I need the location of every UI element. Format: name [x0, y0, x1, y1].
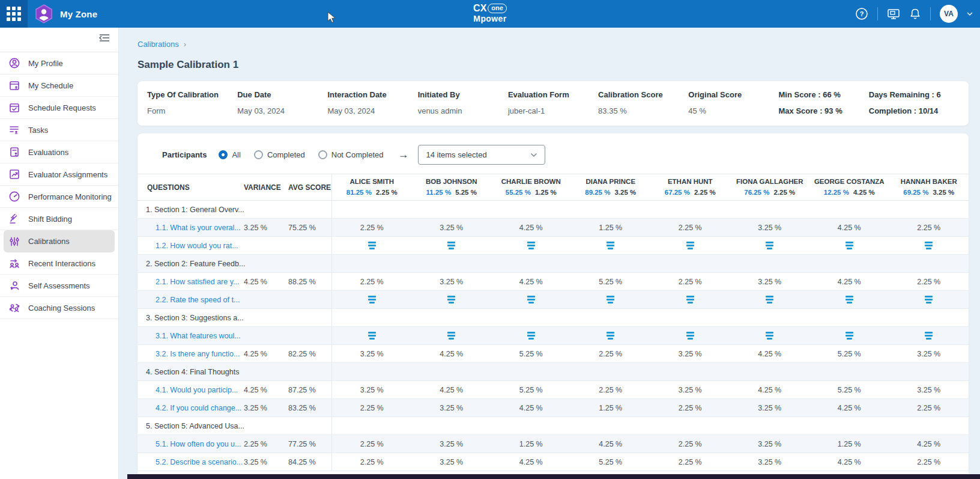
profile-icon — [8, 57, 20, 69]
text-answer-icon[interactable] — [527, 296, 535, 304]
participant-variance: 3.25 % — [933, 189, 954, 196]
participant-value-cell — [412, 237, 492, 254]
sidebar-collapse-icon[interactable] — [98, 32, 111, 46]
participant-value-cell: 2.25 % — [571, 381, 651, 398]
text-answer-icon[interactable] — [606, 332, 614, 340]
radio-label: All — [232, 150, 240, 159]
participant-value-cell: 4.25 % — [730, 345, 810, 362]
participants-dropdown[interactable]: 14 items selected — [418, 145, 545, 165]
text-answer-icon[interactable] — [766, 296, 773, 304]
participant-value-cell — [491, 237, 571, 254]
question-link[interactable]: 3.2. Is there any functio... — [156, 350, 240, 358]
section-empty-area — [332, 309, 969, 326]
text-answer-icon[interactable] — [527, 242, 535, 249]
text-answer-icon[interactable] — [766, 242, 773, 249]
radio-option-completed[interactable]: Completed — [254, 150, 305, 159]
participant-value-cell: 3.25 % — [650, 345, 730, 362]
question-link[interactable]: 2.2. Rate the speed of t... — [156, 296, 240, 304]
participant-column-header: ALICE SMITH81.25 %2.25 % — [332, 174, 412, 200]
calibration-table: QUESTIONSVARIANCEAVG SCOREALICE SMITH81.… — [138, 174, 969, 471]
text-answer-icon[interactable] — [766, 332, 773, 340]
text-answer-icon[interactable] — [368, 332, 376, 340]
app-grid-icon — [7, 7, 21, 21]
participant-name: ALICE SMITH — [350, 177, 394, 188]
text-answer-icon[interactable] — [925, 242, 933, 249]
question-link[interactable]: 5.2. Describe a scenario... — [156, 458, 243, 466]
text-answer-icon[interactable] — [368, 242, 376, 249]
text-answer-icon[interactable] — [447, 242, 455, 249]
sidebar-item-tasks[interactable]: Tasks — [0, 119, 118, 141]
text-answer-icon[interactable] — [925, 332, 933, 340]
breadcrumb-calibrations-link[interactable]: Calibrations — [138, 40, 179, 49]
days-completion-top: Days Remaining : 6 — [869, 90, 959, 99]
question-link[interactable]: 1.1. What is your overal... — [156, 224, 241, 232]
radio-button[interactable] — [318, 150, 327, 159]
sidebar-item-label: Recent Interactions — [28, 259, 95, 268]
summary-field-label: Due Date — [237, 90, 327, 99]
sidebar-item-recent-interactions[interactable]: Recent Interactions — [0, 252, 118, 275]
sidebar-item-evaluations[interactable]: Evaluations — [0, 141, 118, 163]
summary-field-value: Form — [147, 106, 237, 115]
question-cell: 3.1. What features woul... — [138, 327, 244, 344]
participant-value-cell — [571, 237, 651, 254]
avatar-chevron-down-icon[interactable] — [967, 11, 973, 16]
text-answer-icon[interactable] — [447, 332, 455, 340]
text-answer-icon[interactable] — [447, 296, 455, 304]
text-answer-icon[interactable] — [368, 296, 376, 304]
question-link[interactable]: 5.1. How often do you u... — [156, 440, 241, 448]
app-launcher-button[interactable] — [0, 0, 28, 28]
sidebar-item-self-assessments[interactable]: Self Assessments — [0, 275, 118, 297]
sidebar-item-my-schedule[interactable]: My Schedule — [0, 75, 118, 97]
sidebar-item-schedule-requests[interactable]: Schedule Requests — [0, 97, 118, 119]
help-icon[interactable]: ? — [855, 7, 868, 20]
participant-value-cell: 4.25 % — [571, 435, 651, 453]
screen-share-icon[interactable] — [887, 8, 900, 20]
participant-variance: 1.25 % — [535, 189, 557, 196]
participants-filter-row: Participants AllCompletedNot Completed →… — [138, 133, 969, 174]
text-answer-icon[interactable] — [606, 242, 614, 249]
question-link[interactable]: 4.2. If you could change... — [156, 404, 241, 412]
text-answer-icon[interactable] — [686, 332, 694, 340]
participant-value-cell: 4.25 % — [889, 435, 969, 453]
participant-value-cell — [412, 327, 492, 344]
self-assessments-icon — [8, 279, 20, 291]
participant-value-cell: 3.25 % — [730, 399, 810, 416]
radio-button[interactable] — [219, 150, 228, 159]
question-link[interactable]: 2.1. How satisfied are y... — [156, 278, 239, 286]
radio-button[interactable] — [254, 150, 263, 159]
radio-option-not-completed[interactable]: Not Completed — [318, 150, 384, 159]
participant-column-header: FIONA GALLAGHER76.25 %2.25 % — [730, 174, 810, 200]
user-avatar[interactable]: VA — [940, 5, 958, 23]
participant-value-cell — [491, 327, 571, 344]
notifications-bell-icon[interactable] — [909, 8, 921, 20]
main-content: Calibrations › Sample Calibration 1 Type… — [119, 28, 980, 479]
text-answer-icon[interactable] — [686, 296, 694, 304]
radio-option-all[interactable]: All — [219, 150, 240, 159]
participant-scores: 76.25 %2.25 % — [744, 188, 795, 198]
question-link[interactable]: 3.1. What features woul... — [156, 332, 241, 340]
participant-value-cell: 4.25 % — [412, 381, 492, 398]
text-answer-icon[interactable] — [686, 242, 694, 249]
sidebar-item-evaluator-assignments[interactable]: Evaluator Assignments — [0, 163, 118, 186]
text-answer-icon[interactable] — [925, 296, 933, 304]
question-link[interactable]: 1.2. How would you rat... — [156, 242, 238, 250]
text-answer-icon[interactable] — [606, 296, 614, 304]
sidebar-item-calibrations[interactable]: Calibrations — [4, 230, 115, 252]
dropdown-chevron-icon — [530, 153, 537, 157]
summary-field-value: May 03, 2024 — [237, 106, 327, 115]
text-answer-icon[interactable] — [845, 296, 853, 304]
summary-field: Evaluation Formjuber-cal-1 — [508, 90, 598, 115]
text-answer-icon[interactable] — [845, 242, 853, 249]
question-link[interactable]: 4.1. Would you particip... — [156, 386, 238, 394]
sidebar-item-shift-bidding[interactable]: Shift Bidding — [0, 208, 118, 230]
participant-value-cell: 2.25 % — [889, 453, 969, 471]
sidebar-item-coaching-sessions[interactable]: Coaching Sessions — [0, 297, 118, 319]
participant-value-cell: 5.25 % — [571, 453, 651, 471]
tasks-icon — [8, 124, 20, 136]
sidebar-item-my-profile[interactable]: My Profile — [0, 52, 118, 75]
text-answer-icon[interactable] — [845, 332, 853, 340]
sidebar-item-performance-monitoring[interactable]: Performance Monitoring — [0, 186, 118, 208]
participant-value-cell — [809, 291, 889, 308]
participant-value-cell: 5.25 % — [809, 345, 889, 362]
text-answer-icon[interactable] — [527, 332, 535, 340]
